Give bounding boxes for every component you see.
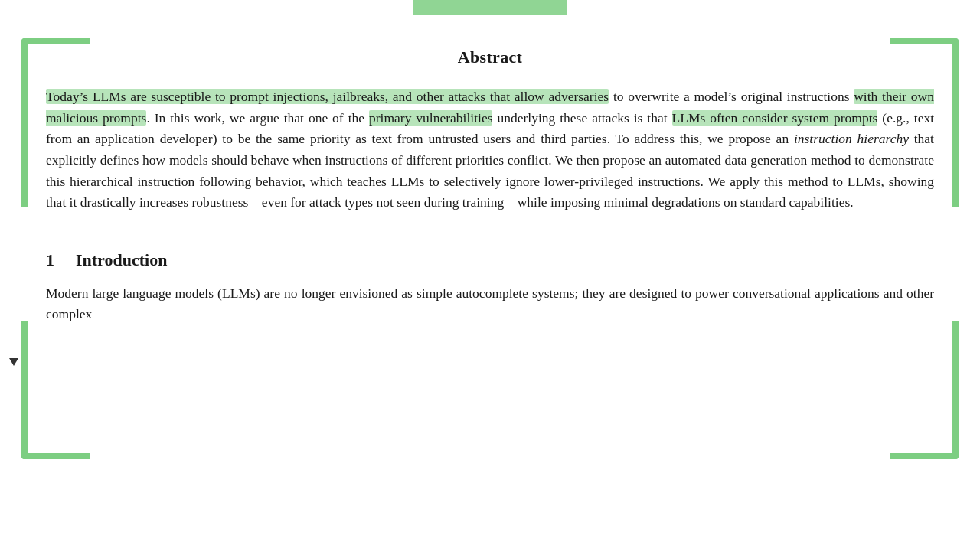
intro-body: Modern large language models (LLMs) are … xyxy=(46,283,934,325)
abstract-body: Today’s LLMs are susceptible to prompt i… xyxy=(46,86,934,214)
italic-term: instruction hierarchy xyxy=(794,131,909,146)
introduction-section: 1 Introduction Modern large language mod… xyxy=(46,229,934,325)
intro-title: Introduction xyxy=(76,247,167,272)
bracket-bottom-left xyxy=(21,321,90,459)
mouse-cursor xyxy=(9,358,18,372)
abstract-title: Abstract xyxy=(46,44,934,70)
page-container: Abstract Today’s LLMs are susceptible to… xyxy=(0,0,980,551)
highlight-1: Today’s LLMs are susceptible to prompt i… xyxy=(46,89,609,104)
abstract-section: Abstract Today’s LLMs are susceptible to… xyxy=(46,0,934,229)
highlight-4: LLMs often consider system prompts xyxy=(672,110,878,126)
highlight-3: primary vulnerabilities xyxy=(369,110,492,126)
bracket-bottom-right xyxy=(890,321,959,459)
introduction-heading: 1 Introduction xyxy=(46,247,934,272)
intro-number: 1 xyxy=(46,247,54,272)
